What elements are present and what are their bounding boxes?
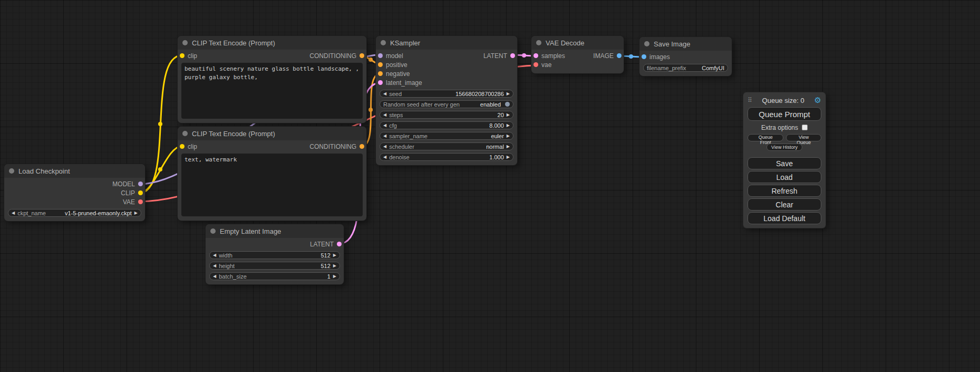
input-dot-samples[interactable] bbox=[533, 53, 538, 58]
node-vae-decode[interactable]: VAE Decode samples IMAGE vae bbox=[531, 36, 624, 73]
collapse-dot-icon[interactable] bbox=[182, 40, 188, 45]
load-default-button[interactable]: Load Default bbox=[748, 212, 821, 224]
batch-size-widget[interactable]: ◀ batch_size 1 ▶ bbox=[209, 272, 340, 280]
link-dot bbox=[158, 122, 162, 126]
negative-prompt-textarea[interactable]: text, watermark bbox=[181, 154, 363, 216]
output-dot-vae[interactable] bbox=[138, 199, 143, 204]
decrement-arrow-icon[interactable]: ◀ bbox=[213, 264, 216, 268]
node-save-image[interactable]: Save Image images filename_prefix ComfyU… bbox=[639, 37, 732, 76]
collapse-dot-icon[interactable] bbox=[381, 40, 386, 45]
decrement-arrow-icon[interactable]: ◀ bbox=[213, 253, 216, 257]
cfg-widget[interactable]: ◀ cfg 8.000 ▶ bbox=[380, 121, 513, 129]
ckpt-name-combo[interactable]: ◀ ckpt_name v1-5-pruned-emaonly.ckpt ▶ bbox=[8, 209, 141, 217]
save-button[interactable]: Save bbox=[748, 157, 821, 169]
output-dot-latent[interactable] bbox=[510, 53, 515, 58]
drag-handle-icon[interactable]: ⠿ bbox=[748, 97, 752, 104]
increment-arrow-icon[interactable]: ▶ bbox=[507, 123, 510, 128]
node-title-bar[interactable]: VAE Decode bbox=[531, 36, 624, 50]
sampler-name-widget[interactable]: ◀ sampler_name euler ▶ bbox=[380, 132, 513, 140]
input-dot-vae[interactable] bbox=[533, 62, 538, 67]
settings-gear-icon[interactable]: ⚙ bbox=[814, 96, 821, 105]
decrement-arrow-icon[interactable]: ◀ bbox=[383, 123, 386, 128]
widget-label: cfg bbox=[389, 122, 397, 129]
increment-arrow-icon[interactable]: ▶ bbox=[507, 113, 510, 117]
slot-row: positive bbox=[378, 60, 515, 69]
node-title-bar[interactable]: Empty Latent Image bbox=[206, 224, 344, 238]
input-dot-model[interactable] bbox=[378, 53, 383, 58]
load-button[interactable]: Load bbox=[748, 171, 821, 183]
node-graph-canvas[interactable]: Load Checkpoint MODEL CLIP VAE ◀ ckpt_na… bbox=[0, 0, 980, 372]
scheduler-widget[interactable]: ◀ scheduler normal ▶ bbox=[380, 142, 513, 150]
node-load-checkpoint[interactable]: Load Checkpoint MODEL CLIP VAE ◀ ckpt_na… bbox=[4, 164, 145, 221]
input-label: clip bbox=[188, 143, 197, 150]
output-dot-latent[interactable] bbox=[337, 242, 342, 246]
node-ksampler[interactable]: KSampler model LATENT positive negative … bbox=[376, 36, 517, 165]
combo-next-arrow-icon[interactable]: ▶ bbox=[507, 145, 510, 149]
output-dot-image[interactable] bbox=[617, 53, 622, 58]
combo-prev-arrow-icon[interactable]: ◀ bbox=[383, 134, 386, 138]
node-title-bar[interactable]: CLIP Text Encode (Prompt) bbox=[178, 36, 366, 50]
decrement-arrow-icon[interactable]: ◀ bbox=[213, 274, 216, 279]
collapse-dot-icon[interactable] bbox=[644, 41, 649, 46]
node-title-bar[interactable]: Save Image bbox=[639, 37, 732, 51]
input-dot-latent-image[interactable] bbox=[378, 80, 383, 85]
filename-prefix-widget[interactable]: filename_prefix ComfyUI bbox=[643, 64, 728, 72]
wire-clip-to-negative-prompt bbox=[139, 146, 182, 193]
output-row-clip: CLIP bbox=[6, 188, 143, 197]
collapse-dot-icon[interactable] bbox=[182, 131, 188, 136]
node-title-bar[interactable]: Load Checkpoint bbox=[4, 164, 145, 178]
refresh-button[interactable]: Refresh bbox=[748, 185, 821, 197]
combo-next-arrow-icon[interactable]: ▶ bbox=[134, 211, 138, 215]
comfy-menu[interactable]: ⠿ Queue size: 0 ⚙ Queue Prompt Extra opt… bbox=[743, 92, 826, 228]
increment-arrow-icon[interactable]: ▶ bbox=[333, 264, 336, 268]
collapse-dot-icon[interactable] bbox=[210, 228, 216, 234]
increment-arrow-icon[interactable]: ▶ bbox=[333, 274, 336, 279]
decrement-arrow-icon[interactable]: ◀ bbox=[383, 155, 386, 159]
output-dot-clip[interactable] bbox=[138, 190, 143, 195]
width-widget[interactable]: ◀ width 512 ▶ bbox=[209, 251, 340, 259]
denoise-widget[interactable]: ◀ denoise 1.000 ▶ bbox=[380, 153, 513, 161]
positive-prompt-textarea[interactable]: beautiful scenery nature glass bottle la… bbox=[181, 63, 363, 119]
view-queue-button[interactable]: View Queue bbox=[786, 134, 821, 141]
widget-value: 1 bbox=[327, 273, 331, 280]
node-title-bar[interactable]: CLIP Text Encode (Prompt) bbox=[178, 127, 366, 140]
increment-arrow-icon[interactable]: ▶ bbox=[333, 253, 336, 257]
output-label: CONDITIONING bbox=[309, 143, 356, 150]
combo-prev-arrow-icon[interactable]: ◀ bbox=[383, 145, 386, 149]
node-title-bar[interactable]: KSampler bbox=[376, 36, 517, 50]
input-label: clip bbox=[188, 52, 197, 60]
input-dot-clip[interactable] bbox=[180, 144, 185, 149]
random-seed-toggle-widget[interactable]: Random seed after every gen enabled bbox=[380, 100, 513, 108]
queue-front-button[interactable]: Queue Front bbox=[748, 134, 783, 141]
node-clip-text-encode-negative[interactable]: CLIP Text Encode (Prompt) clip CONDITION… bbox=[178, 127, 366, 221]
increment-arrow-icon[interactable]: ▶ bbox=[507, 155, 510, 159]
queue-prompt-button[interactable]: Queue Prompt bbox=[748, 107, 821, 121]
collapse-dot-icon[interactable] bbox=[536, 40, 541, 45]
toggle-dot-icon[interactable] bbox=[505, 102, 510, 107]
output-dot-model[interactable] bbox=[138, 182, 143, 186]
output-dot-conditioning[interactable] bbox=[360, 144, 364, 149]
input-dot-clip[interactable] bbox=[180, 53, 185, 58]
collapse-dot-icon[interactable] bbox=[9, 168, 14, 174]
widget-label: Random seed after every gen bbox=[383, 101, 460, 108]
decrement-arrow-icon[interactable]: ◀ bbox=[383, 92, 386, 96]
input-dot-positive[interactable] bbox=[378, 62, 383, 67]
increment-arrow-icon[interactable]: ▶ bbox=[507, 92, 510, 96]
steps-widget[interactable]: ◀ steps 20 ▶ bbox=[380, 111, 513, 119]
combo-prev-arrow-icon[interactable]: ◀ bbox=[12, 211, 15, 215]
node-clip-text-encode-positive[interactable]: CLIP Text Encode (Prompt) clip CONDITION… bbox=[178, 36, 366, 123]
output-label: VAE bbox=[123, 198, 135, 206]
height-widget[interactable]: ◀ height 512 ▶ bbox=[209, 262, 340, 270]
widget-value: enabled bbox=[480, 101, 501, 108]
widget-label: height bbox=[219, 263, 235, 269]
output-dot-conditioning[interactable] bbox=[360, 53, 364, 58]
extra-options-checkbox[interactable] bbox=[802, 125, 808, 130]
view-history-button[interactable]: View History bbox=[766, 144, 802, 151]
input-dot-negative[interactable] bbox=[378, 71, 383, 76]
decrement-arrow-icon[interactable]: ◀ bbox=[383, 113, 386, 117]
combo-next-arrow-icon[interactable]: ▶ bbox=[507, 134, 510, 138]
clear-button[interactable]: Clear bbox=[748, 198, 821, 211]
input-dot-images[interactable] bbox=[642, 54, 646, 59]
node-empty-latent-image[interactable]: Empty Latent Image LATENT ◀ width 512 ▶ … bbox=[206, 224, 344, 284]
seed-widget[interactable]: ◀ seed 156680208700286 ▶ bbox=[380, 90, 513, 98]
